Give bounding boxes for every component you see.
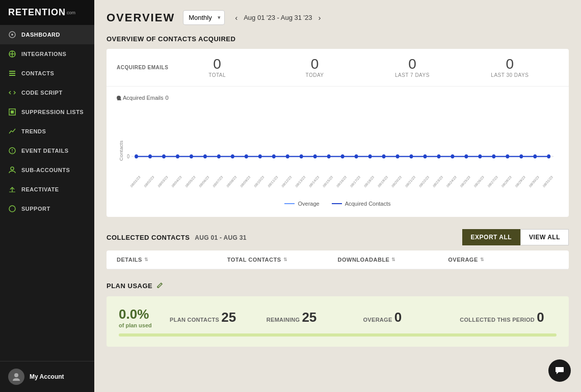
sort-overage: ⇅ (480, 257, 485, 262)
svg-point-49 (506, 154, 509, 158)
svg-point-48 (492, 154, 495, 158)
chart-container: Contacts 0 (117, 105, 559, 197)
svg-text:08/14/23: 08/14/23 (308, 175, 320, 188)
svg-point-31 (258, 154, 262, 158)
plan-usage-title-row: Plan Usage (107, 282, 569, 290)
svg-text:08/29/23: 08/29/23 (515, 175, 526, 188)
overage-stat: Overage 0 (363, 310, 460, 325)
plan-contacts-stat: Plan Contacts 25 (170, 310, 267, 325)
collected-label: Collected This Period (460, 317, 535, 323)
sidebar-item-trends[interactable]: Trends (0, 122, 94, 141)
svg-point-34 (300, 154, 303, 158)
stat-today: 0 Today (266, 57, 363, 78)
svg-point-47 (478, 154, 482, 158)
svg-point-36 (327, 154, 331, 158)
sidebar-item-contacts[interactable]: Contacts (0, 64, 94, 83)
svg-text:08/05/23: 08/05/23 (184, 175, 196, 188)
remaining-stat: Remaining 25 (267, 310, 363, 325)
sidebar-item-integrations[interactable]: Integrations (0, 44, 94, 64)
app-name-suffix: com (67, 10, 75, 15)
col-total-contacts[interactable]: Total Contacts ⇅ (227, 257, 338, 263)
svg-point-12 (12, 152, 13, 153)
sidebar-item-trends-label: Trends (21, 128, 46, 134)
svg-point-37 (341, 154, 345, 158)
chart-legend-row: Overage Acquired Contacts (117, 197, 559, 213)
svg-text:08/23/23: 08/23/23 (432, 175, 443, 188)
svg-point-41 (396, 154, 400, 158)
sidebar-item-integrations-label: Integrations (21, 51, 66, 57)
date-range-label: Aug 01 '23 - Aug 31 '23 (244, 14, 312, 21)
sidebar-item-suppression-lists-label: Suppression Lists (21, 109, 84, 115)
account-section[interactable]: My Account (0, 361, 94, 392)
collected-contacts-table: Details ⇅ Total Contacts ⇅ Downloadable … (107, 250, 569, 269)
svg-text:08/04/23: 08/04/23 (171, 175, 182, 188)
account-label: My Account (30, 373, 64, 380)
svg-point-16 (9, 206, 15, 212)
sidebar-item-sub-accounts[interactable]: Sub-Accounts (0, 160, 94, 180)
svg-point-39 (368, 154, 372, 158)
sidebar-item-suppression-lists[interactable]: Suppression Lists (0, 102, 94, 122)
table-header: Details ⇅ Total Contacts ⇅ Downloadable … (107, 250, 569, 269)
legend-overage: Overage (284, 201, 319, 207)
svg-point-27 (203, 154, 207, 158)
suppression-lists-icon (8, 108, 16, 116)
col-details[interactable]: Details ⇅ (117, 257, 227, 263)
sidebar-item-reactivate-label: Reactivate (21, 186, 59, 192)
date-navigation: ‹ Aug 01 '23 - Aug 31 '23 › (233, 13, 323, 22)
svg-point-40 (382, 154, 386, 158)
col-overage[interactable]: Overage ⇅ (448, 257, 559, 263)
chart-area: Acquired Emails 0 Contacts 0 (107, 87, 569, 217)
period-selector-wrapper[interactable]: Monthly Weekly Daily (183, 10, 225, 25)
svg-text:08/26/23: 08/26/23 (473, 175, 485, 188)
reactivate-icon (8, 185, 16, 193)
integrations-icon (8, 50, 16, 58)
svg-point-45 (451, 154, 455, 158)
svg-point-1 (11, 34, 13, 36)
header-row: Overview Monthly Weekly Daily ‹ Aug 01 '… (107, 10, 569, 25)
next-period-button[interactable]: › (316, 13, 323, 22)
plan-usage-stats: 0.0% of plan used Plan Contacts 25 Remai… (119, 306, 557, 328)
acquired-emails-label: Acquired Emails (117, 64, 168, 71)
svg-text:08/24/23: 08/24/23 (446, 175, 457, 188)
svg-point-13 (11, 167, 14, 170)
sidebar-item-dashboard-label: Dashboard (21, 32, 60, 38)
svg-point-30 (245, 154, 248, 158)
sub-accounts-icon (8, 166, 16, 174)
period-select[interactable]: Monthly Weekly Daily (183, 10, 225, 25)
contacts-icon (8, 69, 16, 77)
prev-period-button[interactable]: ‹ (233, 13, 240, 22)
sidebar-item-contacts-label: Contacts (21, 70, 54, 76)
svg-point-38 (355, 154, 358, 158)
svg-text:08/10/23: 08/10/23 (253, 175, 265, 188)
svg-text:08/03/23: 08/03/23 (157, 175, 169, 188)
svg-text:08/15/23: 08/15/23 (322, 175, 333, 188)
sidebar-item-dashboard[interactable]: Dashboard (0, 25, 94, 44)
sort-total-contacts: ⇅ (283, 257, 288, 262)
sidebar-item-support-label: Support (21, 206, 50, 212)
svg-point-25 (176, 154, 179, 158)
svg-text:08/31/23: 08/31/23 (542, 175, 553, 188)
code-script-icon (8, 89, 16, 97)
logo: RETENTION com (0, 0, 94, 25)
overview-section-title: Overview of Contacts Acquired (107, 35, 569, 43)
col-downloadable[interactable]: Downloadable ⇅ (338, 257, 448, 263)
svg-text:08/22/23: 08/22/23 (418, 175, 430, 188)
sidebar-item-support[interactable]: Support (0, 199, 94, 218)
view-all-button[interactable]: View All (520, 229, 569, 245)
avatar (8, 369, 24, 385)
svg-rect-6 (9, 73, 15, 74)
plan-contacts-value: 25 (221, 310, 236, 325)
svg-point-46 (465, 154, 468, 158)
svg-text:08/11/23: 08/11/23 (267, 175, 278, 188)
trends-icon (8, 127, 16, 135)
edit-plan-icon[interactable] (156, 282, 164, 290)
sidebar-item-reactivate[interactable]: Reactivate (0, 180, 94, 199)
support-icon (8, 205, 16, 213)
svg-text:08/12/23: 08/12/23 (281, 175, 292, 188)
overage-line (284, 203, 295, 204)
sidebar-item-event-details[interactable]: Event Details (0, 141, 94, 160)
export-all-button[interactable]: Export All (462, 229, 521, 245)
overage-label: Overage (363, 317, 392, 323)
chat-button[interactable] (548, 359, 571, 382)
sidebar-item-code-script[interactable]: Code Script (0, 83, 94, 102)
